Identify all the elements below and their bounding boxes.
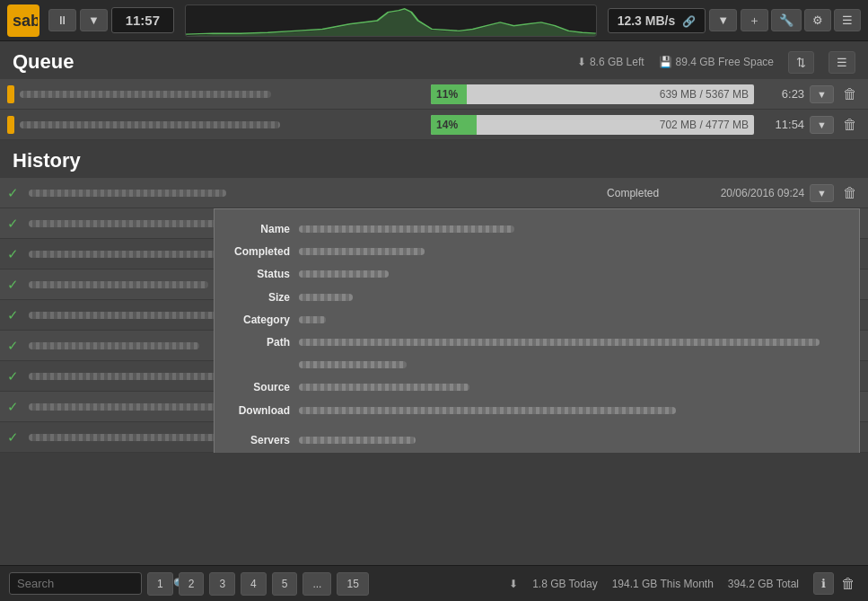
page-3-button[interactable]: 3 — [209, 572, 235, 596]
time-remaining: 6:23 — [759, 87, 804, 101]
download-left-stat: ⬇ 8.6 GB Left — [577, 56, 644, 68]
queue-title: Queue — [13, 50, 74, 74]
queue-item-dropdown[interactable]: ▼ — [810, 116, 834, 134]
timer-display: 11:57 — [111, 7, 174, 33]
time-remaining: 11:54 — [759, 118, 804, 131]
logo-text: sab — [7, 4, 39, 37]
detail-repair-row: Repair — [215, 452, 859, 453]
detail-download-row: Download — [215, 400, 859, 422]
history-rows: ✓ Completed 20/06/2016 09:24 ▼ 🗑 Name Co… — [0, 178, 868, 453]
history-date: 20/06/2016 09:24 — [679, 187, 804, 199]
topbar: sab ⏸ ▼ 11:57 12.3 MB/s 🔗 ▼ ＋ 🔧 ⚙ ☰ — [0, 0, 868, 41]
page-1-button[interactable]: 1 — [147, 572, 173, 596]
completed-checkmark: ✓ — [7, 246, 23, 262]
completed-checkmark: ✓ — [7, 277, 23, 293]
page-2-button[interactable]: 2 — [179, 572, 205, 596]
month-stat: 194.1 GB This Month — [612, 578, 714, 590]
disk-icon: 💾 — [659, 56, 672, 68]
sort-queue-button[interactable]: ⇅ — [788, 51, 814, 74]
wrench-button[interactable]: 🔧 — [771, 9, 802, 31]
completed-checkmark: ✓ — [7, 216, 23, 232]
history-status-badge: Completed — [592, 187, 673, 199]
total-stat: 394.2 GB Total — [728, 578, 799, 590]
menu-button[interactable]: ☰ — [834, 9, 861, 31]
speed-graph — [185, 4, 597, 37]
detail-path-line2 — [215, 354, 859, 376]
queue-section: Queue ⬇ 8.6 GB Left 💾 89.4 GB Free Space… — [0, 41, 868, 140]
detail-status-row: Status — [215, 263, 859, 286]
app-logo: sab — [7, 4, 39, 37]
detail-completed-value — [299, 243, 846, 261]
search-input[interactable] — [17, 577, 168, 590]
detail-size-value — [299, 289, 846, 306]
queue-item-delete[interactable]: 🗑 — [839, 86, 861, 102]
detail-popup: Name Completed Status Size Category — [214, 208, 860, 453]
queue-item-title — [20, 118, 425, 131]
detail-size-label: Size — [227, 289, 299, 306]
speed-display: 12.3 MB/s 🔗 — [608, 8, 706, 33]
progress-bar: 11% 639 MB / 5367 MB — [431, 84, 754, 104]
detail-category-row: Category — [215, 309, 859, 331]
completed-checkmark: ✓ — [7, 185, 23, 201]
detail-path-label: Path — [227, 334, 299, 351]
completed-checkmark: ✓ — [7, 368, 23, 384]
queue-item-delete[interactable]: 🗑 — [839, 117, 861, 133]
free-space-stat: 💾 89.4 GB Free Space — [659, 56, 774, 68]
settings-button[interactable]: ⚙ — [804, 9, 831, 31]
speed-value: 12.3 MB/s — [618, 13, 676, 28]
info-button[interactable]: ℹ — [813, 572, 834, 595]
pause-dropdown-button[interactable]: ▼ — [80, 9, 108, 31]
detail-status-label: Status — [227, 266, 299, 283]
queue-row: 14% 702 MB / 4777 MB 11:54 ▼ 🗑 — [0, 110, 868, 140]
history-title: History — [13, 149, 81, 172]
bottom-stats: ⬇ 1.8 GB Today 194.1 GB This Month 394.2… — [509, 572, 859, 595]
detail-download-value — [299, 402, 846, 420]
detail-servers-row: Servers — [215, 429, 859, 452]
detail-completed-row: Completed — [215, 241, 859, 263]
bottom-action-btns: ℹ 🗑 — [813, 572, 859, 595]
speed-dropdown-button[interactable]: ▼ — [709, 9, 737, 31]
completed-checkmark: ✓ — [7, 399, 23, 415]
free-stat-value: 89.4 GB Free Space — [676, 56, 774, 68]
queue-item-title — [20, 87, 425, 101]
detail-download-label: Download — [227, 402, 299, 420]
queue-item-dropdown[interactable]: ▼ — [810, 85, 834, 103]
queue-options-button[interactable]: ☰ — [829, 51, 855, 74]
row-status-indicator — [7, 116, 14, 134]
page-last-button[interactable]: 15 — [337, 572, 368, 596]
page-5-button[interactable]: 5 — [272, 572, 298, 596]
page-4-button[interactable]: 4 — [241, 572, 267, 596]
detail-source-value — [299, 379, 846, 396]
history-header: History — [0, 140, 868, 178]
queue-row: 11% 639 MB / 5367 MB 6:23 ▼ 🗑 — [0, 79, 868, 110]
detail-servers-label: Servers — [227, 432, 299, 449]
download-icon-bottom: ⬇ — [509, 578, 518, 590]
history-item-dropdown[interactable]: ▼ — [810, 184, 834, 202]
detail-source-label: Source — [227, 379, 299, 396]
completed-checkmark: ✓ — [7, 338, 23, 354]
bottom-bar: 🔍 1 2 3 4 5 ... 15 ⬇ 1.8 GB Today 194.1 … — [0, 565, 868, 601]
detail-name-value — [299, 221, 846, 238]
history-section: History ✓ Completed 20/06/2016 09:24 ▼ 🗑… — [0, 140, 868, 453]
detail-name-label: Name — [227, 221, 299, 238]
link-icon: 🔗 — [682, 15, 696, 28]
completed-checkmark: ✓ — [7, 307, 23, 323]
detail-path-value2 — [299, 357, 846, 374]
history-row[interactable]: ✓ Completed 20/06/2016 09:24 ▼ 🗑 — [0, 178, 868, 208]
progress-percent: 14% — [431, 119, 467, 131]
history-item-delete[interactable]: 🗑 — [839, 185, 861, 201]
topbar-actions: ＋ 🔧 ⚙ ☰ — [741, 9, 861, 31]
add-button[interactable]: ＋ — [741, 9, 768, 31]
svg-text:sab: sab — [13, 12, 38, 30]
progress-bar: 14% 702 MB / 4777 MB — [431, 115, 754, 135]
page-ellipsis-button[interactable]: ... — [302, 572, 331, 596]
detail-path-row: Path — [215, 331, 859, 354]
main-content: Queue ⬇ 8.6 GB Left 💾 89.4 GB Free Space… — [0, 41, 868, 453]
clear-button[interactable]: 🗑 — [837, 572, 859, 595]
progress-sizes: 639 MB / 5367 MB — [467, 88, 754, 101]
detail-source-row: Source — [215, 376, 859, 399]
progress-sizes: 702 MB / 4777 MB — [467, 119, 754, 131]
pause-button[interactable]: ⏸ — [48, 9, 76, 31]
detail-category-value — [299, 312, 846, 329]
completed-checkmark: ✓ — [7, 429, 23, 446]
